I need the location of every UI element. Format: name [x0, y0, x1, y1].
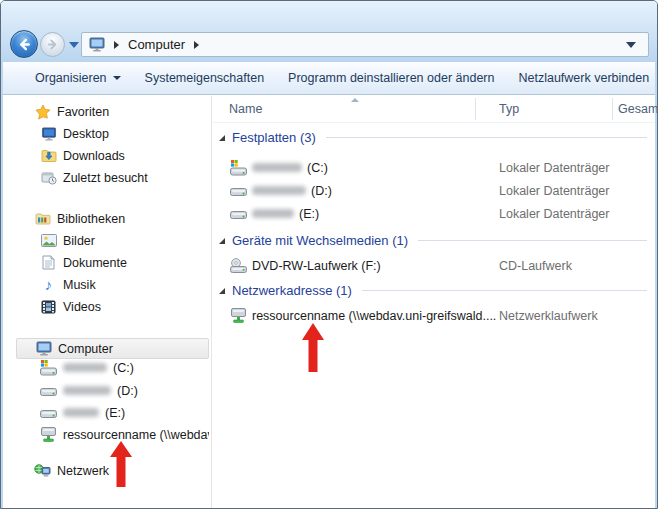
redacted-drive-name: [252, 163, 302, 172]
drive-letter-label: (C:): [113, 361, 134, 375]
explorer-window: Computer Organisieren Systemeigenschafte…: [0, 0, 658, 509]
collapse-triangle-icon: [219, 288, 225, 294]
breadcrumb-computer[interactable]: Computer: [128, 37, 185, 52]
sidebar-item-label: Computer: [58, 342, 113, 356]
sidebar-item-label: Netzwerk: [57, 464, 109, 478]
group-label: Netzwerkadresse (1): [232, 283, 352, 298]
type-cell: Lokaler Datenträger: [499, 184, 609, 198]
system-properties-button[interactable]: Systemeigenschaften: [133, 67, 277, 89]
redacted-drive-name: [252, 186, 306, 195]
command-bar: Organisieren Systemeigenschaften Program…: [3, 62, 655, 95]
network-drive-label: ressourcenname (\\webdav.: [63, 428, 209, 442]
forward-arrow-icon: [46, 38, 59, 51]
computer-icon: [88, 37, 105, 52]
sidebar-item-label: Desktop: [63, 127, 109, 141]
redacted-drive-name: [63, 386, 111, 395]
sidebar-item-label: Videos: [63, 300, 101, 314]
window-frame-right: [655, 62, 657, 508]
type-cell: Lokaler Datenträger: [499, 207, 609, 221]
column-header-row: Name Typ Gesamt: [213, 96, 655, 123]
uninstall-program-button[interactable]: Programm deinstallieren oder ändern: [276, 67, 506, 89]
star-icon: [34, 104, 51, 120]
network-drive-icon: [40, 427, 57, 443]
sidebar-item-downloads[interactable]: Downloads: [16, 145, 209, 166]
column-header-name[interactable]: Name: [229, 102, 262, 116]
file-row-drive-c[interactable]: (C:) Lokaler Datenträger: [213, 156, 655, 179]
drive-letter-label: (E:): [105, 406, 125, 420]
document-icon: [40, 255, 57, 270]
navigation-pane: Favoriten Desktop Downloads Zuletzt besu…: [3, 96, 212, 508]
column-header-type[interactable]: Typ: [499, 102, 519, 116]
sidebar-item-musik[interactable]: ♪ Musik: [16, 274, 209, 295]
sidebar-item-drive-d[interactable]: (D:): [16, 380, 209, 401]
group-divider-line: [362, 290, 647, 291]
music-note-icon: ♪: [40, 277, 57, 292]
downloads-folder-icon: [40, 149, 57, 163]
sidebar-item-label: Bibliotheken: [57, 212, 125, 226]
group-label: Geräte mit Wechselmedien (1): [232, 233, 408, 248]
recent-places-icon: [40, 171, 57, 185]
windows-drive-icon: [230, 160, 247, 176]
chevron-down-icon: [113, 76, 121, 80]
address-bar[interactable]: Computer: [81, 32, 649, 57]
sidebar-item-bilder[interactable]: Bilder: [16, 230, 209, 251]
windows-drive-icon: [40, 360, 57, 376]
column-divider[interactable]: [475, 98, 476, 120]
file-row-network-drive[interactable]: ressourcenname (\\webdav.uni-greifswald.…: [213, 304, 655, 327]
group-header-festplatten[interactable]: Festplatten (3): [219, 127, 647, 148]
sidebar-item-videos[interactable]: Videos: [16, 296, 209, 317]
map-network-drive-button[interactable]: Netzlaufwerk verbinden: [506, 67, 658, 89]
drive-letter-label: (C:): [307, 161, 328, 175]
group-divider-line: [326, 137, 647, 138]
desktop-icon: [40, 127, 57, 141]
back-button[interactable]: [10, 30, 38, 58]
breadcrumb-arrow-icon[interactable]: [114, 41, 119, 49]
breadcrumb-arrow-icon[interactable]: [194, 41, 199, 49]
sidebar-item-label: Favoriten: [57, 105, 109, 119]
red-arrow-annotation: [302, 323, 324, 375]
group-label: Festplatten (3): [232, 130, 316, 145]
network-icon: [34, 464, 51, 478]
organize-button[interactable]: Organisieren: [23, 67, 133, 89]
collapse-triangle-icon: [219, 135, 225, 141]
redacted-drive-name: [252, 209, 294, 218]
forward-button[interactable]: [40, 32, 65, 57]
sidebar-item-label: Bilder: [63, 234, 95, 248]
sort-ascending-icon: [351, 98, 359, 102]
type-cell: Netzwerklaufwerk: [499, 309, 598, 323]
redacted-drive-name: [63, 363, 107, 372]
drive-letter-label: (E:): [299, 207, 319, 221]
network-drive-icon: [230, 308, 247, 324]
file-name-label: DVD-RW-Laufwerk (F:): [252, 259, 381, 273]
group-header-wechselmedien[interactable]: Geräte mit Wechselmedien (1): [219, 230, 647, 251]
sidebar-item-label: Dokumente: [63, 256, 127, 270]
recent-pages-dropdown-icon[interactable]: [69, 42, 79, 48]
type-cell: Lokaler Datenträger: [499, 161, 609, 175]
file-row-dvd-drive[interactable]: DVD-RW-Laufwerk (F:) CD-Laufwerk: [213, 254, 655, 277]
type-cell: CD-Laufwerk: [499, 259, 572, 273]
collapse-triangle-icon: [219, 238, 225, 244]
file-row-drive-d[interactable]: (D:) Lokaler Datenträger: [213, 179, 655, 202]
sidebar-item-label: Zuletzt besucht: [63, 171, 148, 185]
column-header-total[interactable]: Gesamt: [618, 102, 658, 116]
drive-icon: [230, 184, 247, 198]
redacted-drive-name: [63, 408, 99, 417]
group-header-netzwerkadresse[interactable]: Netzwerkadresse (1): [219, 280, 647, 301]
organize-label: Organisieren: [35, 71, 107, 85]
sidebar-item-bibliotheken[interactable]: Bibliotheken: [16, 208, 209, 229]
sidebar-item-favoriten[interactable]: Favoriten: [16, 101, 209, 122]
map-network-drive-label: Netzlaufwerk verbinden: [518, 71, 649, 85]
file-row-drive-e[interactable]: (E:) Lokaler Datenträger: [213, 202, 655, 225]
sidebar-item-zuletzt-besucht[interactable]: Zuletzt besucht: [16, 167, 209, 188]
column-divider[interactable]: [612, 98, 613, 120]
sidebar-item-desktop[interactable]: Desktop: [16, 123, 209, 144]
sidebar-item-dokumente[interactable]: Dokumente: [16, 252, 209, 273]
drive-letter-label: (D:): [311, 184, 332, 198]
address-dropdown-icon[interactable]: [626, 42, 636, 48]
system-properties-label: Systemeigenschaften: [145, 71, 265, 85]
pictures-icon: [40, 234, 57, 247]
sidebar-item-computer[interactable]: Computer: [16, 338, 209, 359]
sidebar-item-drive-e[interactable]: (E:): [16, 402, 209, 423]
sidebar-item-drive-c[interactable]: (C:): [16, 357, 209, 378]
network-drive-label: ressourcenname (\\webdav.uni-greifswald.…: [252, 309, 496, 323]
